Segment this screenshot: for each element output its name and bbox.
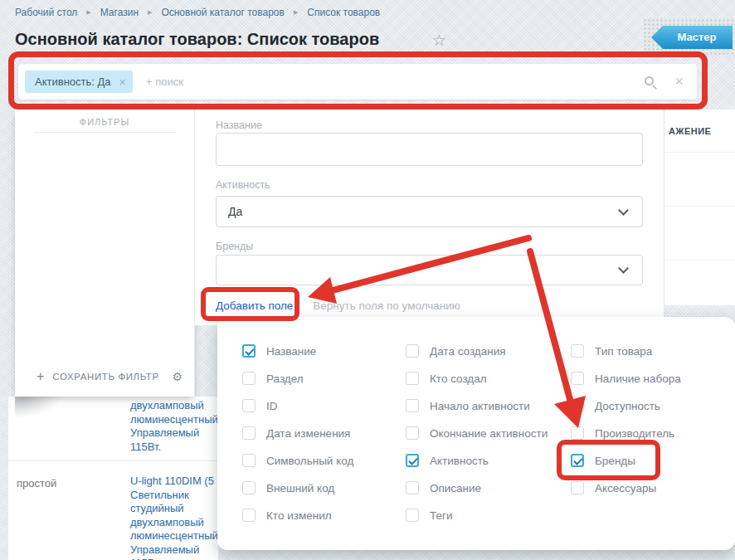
product-link[interactable]: U-light 110DIM (5 Светильник студийный д… bbox=[130, 475, 218, 560]
field-option[interactable]: Дата изменения bbox=[242, 426, 400, 440]
active-filter-tag[interactable]: Активность: Да bbox=[25, 71, 133, 93]
master-wizard-button[interactable]: Мастер bbox=[651, 26, 733, 49]
breadcrumb: Рабочий стол Магазин Основной каталог то… bbox=[15, 0, 380, 25]
field-option[interactable]: Тип товара bbox=[571, 344, 728, 358]
field-option[interactable]: Название bbox=[242, 344, 400, 358]
search-icon[interactable] bbox=[645, 76, 654, 85]
master-wizard-area: Мастер bbox=[643, 18, 735, 56]
name-filter-input[interactable] bbox=[216, 133, 643, 166]
field-option[interactable]: Аксессуары bbox=[571, 481, 728, 494]
checkbox[interactable] bbox=[571, 344, 584, 358]
field-picker-column-1: Название Раздел ID Дата изменения Символ… bbox=[242, 344, 400, 522]
product-type-cell: простой bbox=[17, 477, 56, 489]
field-option[interactable]: Бренды bbox=[571, 454, 728, 467]
add-field-link[interactable]: Добавить поле bbox=[216, 299, 293, 312]
checkbox[interactable] bbox=[242, 344, 256, 358]
activity-select-value: Да bbox=[228, 197, 242, 226]
save-filter-button[interactable]: СОХРАНИТЬ ФИЛЬТР bbox=[37, 370, 183, 383]
checkbox[interactable] bbox=[242, 399, 256, 412]
field-option[interactable]: Активность bbox=[406, 454, 563, 467]
search-placeholder: + поиск bbox=[146, 64, 183, 100]
filters-sidebar-header: ФИЛЬТРЫ bbox=[15, 117, 194, 127]
checkbox[interactable] bbox=[242, 372, 256, 385]
checkbox[interactable] bbox=[406, 344, 419, 358]
field-option[interactable]: ID bbox=[242, 399, 400, 412]
product-link-line[interactable]: двухламповый bbox=[130, 516, 218, 530]
restore-default-fields-link[interactable]: Вернуть поля по умолчанию bbox=[313, 299, 460, 312]
checkbox[interactable] bbox=[406, 426, 419, 440]
field-option[interactable]: Внешний код bbox=[242, 481, 400, 494]
product-link-line[interactable]: Управляемый bbox=[130, 426, 218, 441]
product-link-line[interactable]: двухламповый bbox=[130, 399, 218, 413]
breadcrumb-item-desktop[interactable]: Рабочий стол bbox=[15, 7, 77, 18]
checkbox[interactable] bbox=[406, 454, 419, 467]
field-option[interactable]: Доступность bbox=[571, 399, 728, 412]
field-option[interactable]: Окончание активности bbox=[406, 426, 563, 440]
favorite-star-icon[interactable] bbox=[432, 31, 446, 50]
field-option[interactable]: Кто изменил bbox=[242, 509, 400, 522]
field-option-label: Наличие набора bbox=[595, 373, 681, 385]
field-option[interactable]: Кто создал bbox=[406, 372, 563, 385]
field-label-activity: Активность bbox=[216, 179, 270, 191]
product-link-line[interactable]: U-light 110DIM (5 bbox=[130, 475, 218, 489]
product-link-line[interactable]: 115Вт. bbox=[130, 441, 218, 455]
sidebar-shadow bbox=[15, 397, 63, 419]
field-option[interactable]: Теги bbox=[406, 509, 563, 522]
product-link-line[interactable]: Светильник bbox=[130, 489, 218, 503]
page: Рабочий стол Магазин Основной каталог то… bbox=[0, 0, 735, 560]
filter-form-panel: Название Активность Да Бренды Добавить п… bbox=[195, 110, 664, 325]
table-row-divider bbox=[664, 206, 735, 207]
field-picker-dropdown: Название Раздел ID Дата изменения Символ… bbox=[217, 317, 735, 550]
brands-select[interactable] bbox=[216, 255, 643, 285]
checkbox[interactable] bbox=[571, 481, 584, 494]
product-link[interactable]: двухламповый люминесцентный Управляемый … bbox=[130, 399, 218, 454]
field-option[interactable]: Наличие набора bbox=[571, 372, 728, 385]
field-option[interactable]: Дата создания bbox=[406, 344, 563, 358]
checkbox[interactable] bbox=[406, 372, 419, 385]
field-option-label: Производитель bbox=[595, 427, 674, 440]
gear-icon[interactable] bbox=[172, 370, 183, 383]
checkbox[interactable] bbox=[571, 426, 584, 440]
field-option[interactable]: Начало активности bbox=[406, 399, 563, 412]
chevron-down-icon bbox=[618, 263, 629, 274]
field-option-label: Аксессуары bbox=[595, 482, 656, 494]
field-option[interactable]: Раздел bbox=[242, 372, 400, 385]
filter-search-bar[interactable]: Активность: Да + поиск bbox=[18, 64, 697, 100]
page-title: Основной каталог товаров: Список товаров bbox=[15, 30, 379, 49]
product-link-line[interactable]: люминесцентный bbox=[130, 413, 218, 427]
close-icon[interactable] bbox=[119, 76, 126, 88]
checkbox[interactable] bbox=[571, 399, 584, 412]
field-option-label: Дата создания bbox=[430, 345, 506, 358]
field-option-label: Название bbox=[266, 345, 316, 358]
checkbox[interactable] bbox=[242, 509, 256, 522]
product-link-line[interactable]: люминесцентный bbox=[130, 529, 218, 543]
checkbox[interactable] bbox=[242, 481, 256, 494]
product-link-line[interactable]: 115Вт. bbox=[130, 557, 218, 560]
checkbox[interactable] bbox=[406, 399, 419, 412]
field-option-label: Дата изменения bbox=[266, 427, 350, 440]
field-option-label: Кто изменил bbox=[266, 509, 332, 522]
field-option-label: Описание bbox=[430, 482, 481, 494]
field-option-label: Доступность bbox=[595, 400, 660, 412]
checkbox[interactable] bbox=[406, 509, 419, 522]
breadcrumb-item-shop[interactable]: Магазин bbox=[100, 7, 139, 18]
field-option-label: Активность bbox=[430, 455, 489, 467]
checkbox[interactable] bbox=[571, 454, 584, 467]
close-icon[interactable] bbox=[674, 64, 684, 100]
product-link-line[interactable]: Управляемый bbox=[130, 543, 218, 558]
checkbox[interactable] bbox=[242, 426, 256, 440]
table-column-header: АЖЕНИЕ bbox=[669, 126, 711, 136]
checkbox[interactable] bbox=[242, 454, 256, 467]
field-option[interactable]: Описание bbox=[406, 481, 563, 494]
chevron-down-icon bbox=[618, 205, 629, 216]
checkbox[interactable] bbox=[571, 372, 584, 385]
breadcrumb-item-catalog[interactable]: Основной каталог товаров bbox=[161, 7, 285, 18]
field-option[interactable]: Производитель bbox=[571, 426, 728, 440]
breadcrumb-item-product-list[interactable]: Список товаров bbox=[307, 7, 380, 18]
checkbox[interactable] bbox=[406, 481, 419, 494]
table-row-divider bbox=[664, 152, 735, 153]
activity-select[interactable]: Да bbox=[216, 196, 643, 227]
field-option-label: ID bbox=[266, 400, 278, 412]
product-link-line[interactable]: студийный bbox=[130, 502, 218, 516]
field-option[interactable]: Символьный код bbox=[242, 454, 400, 467]
